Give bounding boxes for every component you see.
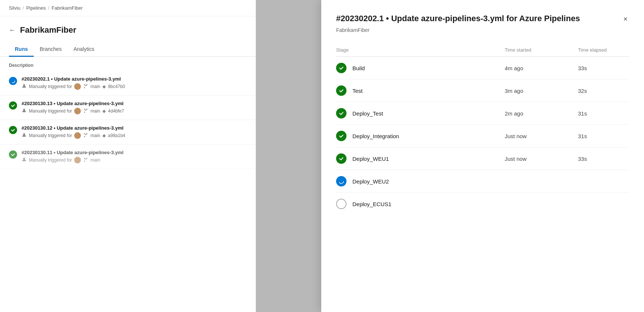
person-icon — [22, 108, 27, 114]
run-meta: Manually triggered for main ◆ 4d4bfe7 — [22, 108, 247, 114]
svg-point-3 — [84, 87, 85, 88]
table-row[interactable]: Test 3m ago 32s — [336, 79, 629, 102]
svg-point-9 — [23, 133, 25, 135]
stage-cell: Deploy_Integration — [336, 131, 497, 141]
stage-time-elapsed: 32s — [571, 79, 629, 102]
branch-icon — [83, 157, 88, 163]
svg-point-8 — [86, 108, 88, 110]
run-info: #20230130.12 • Update azure-pipelines-3.… — [22, 125, 247, 139]
tabs-bar: Runs Branches Analytics — [0, 35, 256, 57]
stage-cell: Build — [336, 63, 497, 73]
run-trigger: Manually triggered for — [29, 84, 72, 89]
table-row[interactable]: Deploy_ECUS1 — [336, 193, 629, 215]
stage-success-icon — [336, 85, 346, 96]
breadcrumb-pipelines[interactable]: Pipelines — [26, 5, 46, 11]
stage-time-started: 4m ago — [497, 57, 571, 79]
stage-cell: Deploy_Test — [336, 108, 497, 118]
run-commit: a98a1b4 — [108, 133, 125, 138]
pipeline-title: FabrikamFiber — [20, 25, 76, 35]
tab-runs[interactable]: Runs — [9, 42, 34, 57]
list-item[interactable]: #20230130.11 • Update azure-pipelines-3.… — [0, 144, 256, 169]
run-meta: Manually triggered for main ◆ 9bc47b0 — [22, 83, 247, 90]
modal-header: #20230202.1 • Update azure-pipelines-3.y… — [336, 13, 629, 25]
svg-point-16 — [86, 157, 88, 159]
stage-cell: Deploy_WEU1 — [336, 153, 497, 164]
stage-time-started: Just now — [497, 125, 571, 147]
table-row[interactable]: Deploy_Integration Just now 31s — [336, 125, 629, 147]
run-title: #20230202.1 • Update azure-pipelines-3.y… — [22, 76, 214, 82]
left-panel: Silviu / Pipelines / FabrikamFiber ← Fab… — [0, 0, 256, 312]
time-elapsed-header: Time elapsed — [571, 43, 629, 57]
run-branch: main — [91, 157, 100, 163]
stage-name: Deploy_Integration — [352, 133, 399, 139]
stage-success-icon — [336, 63, 346, 73]
svg-point-6 — [84, 108, 85, 110]
stage-name: Build — [352, 65, 365, 71]
run-meta: Manually triggered for main ◆ a98a1b4 — [22, 132, 247, 139]
svg-point-14 — [84, 157, 85, 159]
stage-name: Test — [352, 88, 363, 94]
run-title: #20230130.13 • Update azure-pipelines-3.… — [22, 101, 214, 106]
run-info: #20230202.1 • Update azure-pipelines-3.y… — [22, 76, 247, 90]
stage-time-elapsed — [571, 170, 629, 193]
stages-table: Stage Time started Time elapsed Build 4m… — [336, 43, 629, 215]
stage-name: Deploy_WEU1 — [352, 156, 389, 162]
svg-point-4 — [86, 84, 88, 85]
breadcrumb-project[interactable]: FabrikamFiber — [52, 5, 83, 11]
runs-list: Description #20230202.1 • Update azure-p… — [0, 57, 256, 169]
breadcrumb-sep1: / — [23, 5, 24, 11]
run-title: #20230130.12 • Update azure-pipelines-3.… — [22, 125, 214, 131]
modal-subtitle: FabrikamFiber — [336, 27, 629, 33]
stage-time-started — [497, 170, 571, 193]
stage-name: Deploy_ECUS1 — [352, 201, 391, 207]
commit-icon: ◆ — [102, 133, 106, 138]
table-row[interactable]: Deploy_WEU2 — [336, 170, 629, 193]
stage-time-elapsed: 31s — [571, 125, 629, 147]
stage-name: Deploy_WEU2 — [352, 178, 389, 185]
branch-icon — [83, 133, 88, 139]
stage-header: Stage — [336, 43, 497, 57]
stage-cell: Deploy_ECUS1 — [336, 199, 497, 209]
svg-point-1 — [23, 84, 25, 86]
table-row[interactable]: Deploy_WEU1 Just now 33s — [336, 147, 629, 170]
run-info: #20230130.13 • Update azure-pipelines-3.… — [22, 101, 247, 114]
run-title: #20230130.11 • Update azure-pipelines-3.… — [22, 150, 214, 155]
tab-analytics[interactable]: Analytics — [68, 42, 100, 57]
run-commit: 4d4bfe7 — [108, 108, 124, 114]
stage-success-icon — [336, 131, 346, 141]
list-item[interactable]: #20230130.13 • Update azure-pipelines-3.… — [0, 95, 256, 120]
back-button[interactable]: ← — [9, 26, 16, 34]
stage-success-icon — [336, 153, 346, 164]
list-item[interactable]: #20230202.1 • Update azure-pipelines-3.y… — [0, 71, 256, 95]
breadcrumb-user[interactable]: Silviu — [9, 5, 20, 11]
stage-time-elapsed — [571, 193, 629, 215]
list-item[interactable]: #20230130.12 • Update azure-pipelines-3.… — [0, 120, 256, 144]
run-meta: Manually triggered for main — [22, 157, 247, 163]
modal-title: #20230202.1 • Update azure-pipelines-3.y… — [336, 13, 580, 24]
svg-point-2 — [84, 84, 85, 85]
stage-time-elapsed: 31s — [571, 102, 629, 125]
run-branch: main — [91, 108, 100, 114]
avatar — [74, 157, 81, 163]
run-status-success-icon — [9, 101, 17, 110]
run-commit: 9bc47b0 — [108, 84, 125, 89]
run-branch: main — [91, 133, 100, 138]
stage-cell: Deploy_WEU2 — [336, 176, 497, 186]
tab-branches[interactable]: Branches — [34, 42, 68, 57]
breadcrumb-sep2: / — [48, 5, 49, 11]
table-row[interactable]: Build 4m ago 33s — [336, 57, 629, 79]
runs-list-header: Description — [0, 57, 256, 71]
stage-success-icon — [336, 108, 346, 118]
person-icon — [22, 133, 27, 139]
svg-point-0 — [11, 79, 15, 83]
table-row[interactable]: Deploy_Test 2m ago 31s — [336, 102, 629, 125]
run-branch: main — [91, 84, 100, 89]
stage-time-started: Just now — [497, 147, 571, 170]
svg-point-17 — [339, 179, 344, 183]
breadcrumb: Silviu / Pipelines / FabrikamFiber — [0, 0, 256, 16]
run-status-running-icon — [9, 77, 17, 85]
person-icon — [22, 157, 27, 163]
close-button[interactable]: × — [622, 13, 629, 25]
stage-cell: Test — [336, 85, 497, 96]
stage-time-elapsed: 33s — [571, 147, 629, 170]
